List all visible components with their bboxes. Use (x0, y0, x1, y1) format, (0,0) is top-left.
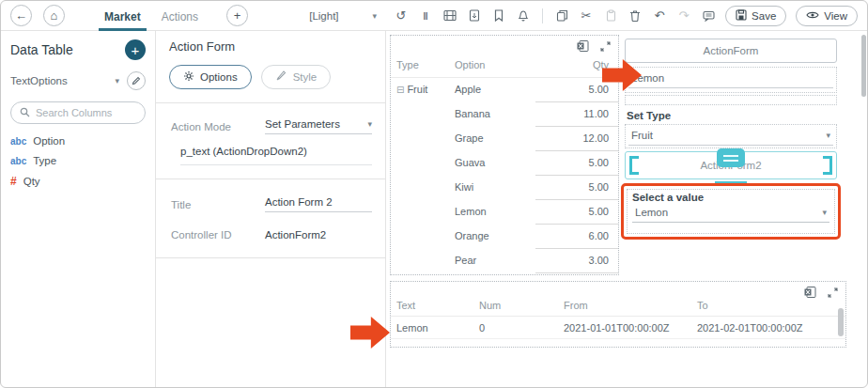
set-type-value: Fruit (631, 130, 653, 141)
table-scrollbar-thumb[interactable] (838, 308, 844, 336)
action-dropdown2-button[interactable]: ActionForm2 (625, 151, 837, 179)
set-type-dropdown[interactable]: Fruit ▾ (625, 124, 837, 148)
select-value-label: Select a value (632, 192, 829, 203)
result-table: Text Num From To Lemon 0 2021-01-01T00:0… (391, 295, 845, 339)
export-pdf-icon[interactable] (467, 8, 482, 23)
table-row[interactable]: Lemon 0 2021-01-01T00:00:00Z 2021-02-01T… (391, 317, 845, 339)
table-row[interactable]: Orange6.00 (391, 224, 618, 248)
field-label: Action Mode (171, 121, 265, 132)
schedule-icon[interactable] (442, 8, 457, 23)
paste-icon (603, 8, 618, 23)
brush-icon (275, 70, 287, 84)
pause-icon[interactable]: ‖ (418, 8, 433, 23)
top-toolbar: ← ⌂ Market Actions + [Light] ▾ ↺ ‖ (1, 1, 867, 31)
action-form-title-bar[interactable]: ActionForm (625, 39, 837, 63)
undo-icon[interactable]: ↶ (652, 8, 667, 23)
view-button[interactable]: View (796, 6, 858, 26)
dataset-selector[interactable]: TextOptions (10, 75, 115, 86)
chevron-down-icon: ▾ (367, 119, 372, 129)
home-button[interactable]: ⌂ (43, 5, 65, 26)
select-value-current: Lemon (635, 207, 668, 218)
table-row[interactable]: Banana11.00 (391, 101, 618, 126)
gear-icon (183, 70, 194, 84)
view-button-label: View (824, 10, 847, 22)
table-row[interactable]: ⊟Fruit Apple5.00 (391, 77, 618, 101)
column-header[interactable]: Text (391, 295, 473, 317)
tab-label: Style (293, 71, 318, 83)
maximize-icon[interactable] (825, 285, 840, 300)
theme-selector[interactable]: [Light] ▾ (309, 10, 377, 22)
table-row[interactable]: Lemon5.00 (391, 199, 618, 224)
fruit-table-widget[interactable]: Type Option Qty ⊟Fruit Apple5.00 Banana1… (390, 35, 619, 275)
tab-style[interactable]: Style (261, 65, 332, 89)
column-item-option[interactable]: abc Option (10, 135, 146, 147)
parameter-item[interactable]: p_text (ActionDropDown2) (180, 146, 372, 165)
selection-bracket-left (629, 156, 639, 175)
edit-dataset-button[interactable] (127, 71, 146, 90)
search-icon (20, 104, 30, 121)
chevron-down-icon: ▾ (373, 11, 378, 21)
bookmark-icon[interactable] (491, 8, 506, 23)
drag-handle-icon[interactable] (717, 148, 745, 167)
add-data-table-button[interactable]: + (125, 39, 146, 60)
text-parameter-input[interactable]: Lemon (625, 67, 837, 93)
chevron-down-icon[interactable]: ▾ (115, 76, 119, 85)
copy-icon[interactable] (554, 8, 569, 23)
column-item-qty[interactable]: # Qty (10, 175, 146, 188)
table-row[interactable]: Grape12.00 (391, 126, 618, 150)
controller-id-field: Controller ID ActionForm2 (171, 229, 372, 241)
settings-panel-title: Action Form (156, 39, 385, 54)
column-item-type[interactable]: abc Type (10, 155, 146, 166)
delete-trash-icon[interactable] (628, 8, 643, 23)
column-header[interactable]: Type (391, 53, 449, 77)
sidebar-title: Data Table (10, 42, 73, 57)
canvas-scrollbar-thumb[interactable] (861, 35, 866, 97)
theme-value: [Light] (309, 10, 338, 22)
cut-icon[interactable]: ✂ (579, 8, 594, 23)
action-mode-select[interactable]: Set Parameters ▾ (265, 118, 372, 134)
search-columns-box[interactable] (10, 101, 146, 124)
back-icon: ← (15, 8, 27, 23)
empty-form-slot (625, 95, 837, 105)
action-mode-field: Action Mode Set Parameters ▾ (171, 118, 372, 134)
column-header[interactable]: Option (449, 53, 535, 77)
tab-options[interactable]: Options (169, 65, 252, 89)
comment-icon[interactable] (701, 8, 716, 23)
table-row[interactable]: Guava5.00 (391, 150, 618, 175)
column-header[interactable]: From (558, 295, 691, 317)
search-columns-input[interactable] (36, 107, 136, 118)
refresh-icon[interactable]: ↺ (394, 8, 409, 23)
set-type-group: Set Type Fruit ▾ (625, 110, 837, 148)
highlight-box: Select a value Lemon ▾ (621, 183, 841, 240)
title-input[interactable]: Action Form 2 (265, 196, 372, 212)
save-floppy-icon (736, 9, 747, 23)
application-window: ← ⌂ Market Actions + [Light] ▾ ↺ ‖ (0, 0, 868, 388)
result-table-widget[interactable]: Text Num From To Lemon 0 2021-01-01T00:0… (390, 281, 846, 348)
home-icon: ⌂ (51, 8, 58, 23)
text-type-icon: abc (10, 156, 26, 166)
set-type-label: Set Type (625, 110, 837, 121)
field-label: Title (171, 199, 265, 210)
table-row[interactable]: Kiwi5.00 (391, 175, 618, 199)
pencil-icon (132, 76, 141, 85)
column-name: Qty (23, 176, 40, 187)
collapse-icon[interactable]: ⊟ (396, 85, 404, 95)
tab-label: Options (200, 71, 238, 83)
notifications-bell-icon[interactable] (516, 8, 531, 23)
excel-export-icon[interactable] (575, 39, 590, 54)
selection-bracket-right (823, 156, 832, 175)
tab-market[interactable]: Market (102, 3, 143, 29)
back-button[interactable]: ← (10, 5, 32, 26)
eye-icon (806, 10, 819, 22)
tab-actions[interactable]: Actions (160, 3, 200, 29)
maximize-icon[interactable] (597, 39, 612, 54)
save-button-label: Save (752, 10, 776, 22)
add-dashboard-button[interactable]: + (226, 5, 248, 26)
save-button[interactable]: Save (725, 6, 786, 26)
excel-export-icon[interactable] (802, 285, 817, 300)
title-field: Title Action Form 2 (171, 196, 372, 212)
column-header[interactable]: Num (473, 295, 558, 317)
redo-icon: ↷ (676, 8, 691, 23)
select-value-dropdown[interactable]: Select a value Lemon ▾ (627, 189, 835, 234)
table-row[interactable]: Pear3.00 (391, 248, 618, 272)
